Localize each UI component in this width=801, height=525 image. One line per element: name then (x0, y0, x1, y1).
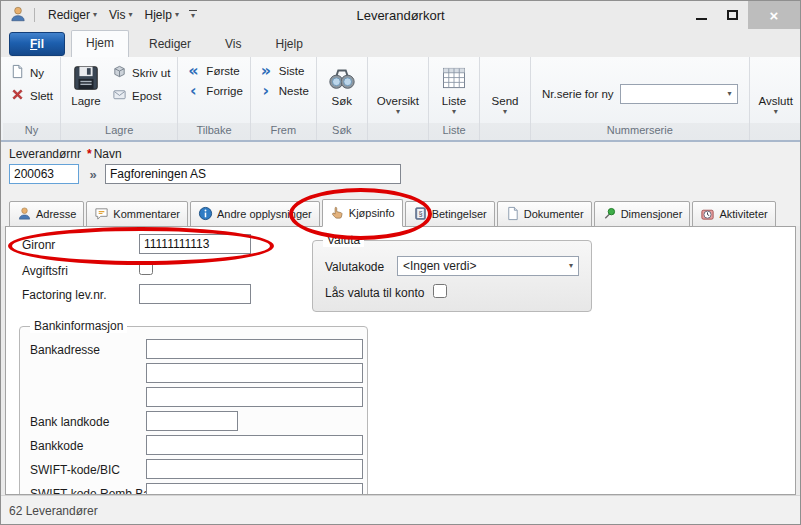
kjopsinfo-panel: Gironr Avgiftsfri Factoring lev.nr. Valu… (5, 226, 796, 495)
new-button[interactable]: Ny (6, 63, 57, 82)
first-button[interactable]: « Første (181, 63, 246, 79)
giro-input[interactable] (139, 234, 251, 254)
bank-country-code-input[interactable] (146, 411, 238, 431)
qat-menu-vis[interactable]: Vis ▾ (103, 6, 138, 24)
maximize-button[interactable] (717, 1, 748, 29)
ribbon-group-tilbake: « Første ‹ Forrige Tilbake (178, 57, 250, 140)
group-label: Søk (317, 123, 367, 140)
tab-dokumenter[interactable]: Dokumenter (497, 201, 592, 227)
search-button[interactable]: Søk (320, 59, 364, 123)
tab-betingelser[interactable]: § Betingelser (405, 201, 495, 227)
ribbon: Ny Slett Ny Lagre (1, 57, 800, 142)
tab-kjopsinfo[interactable]: Kjøpsinfo (322, 199, 403, 227)
chevron-down-icon: ▾ (774, 108, 778, 116)
tab-hjelp[interactable]: Hjelp (262, 32, 317, 57)
print-button[interactable]: Skriv ut (108, 63, 174, 82)
swift-remb-label: SWIFT-kode Remb.Bank (30, 487, 163, 495)
chevron-down-icon: ▾ (503, 108, 507, 116)
qat-menu-hjelp[interactable]: Hjelp ▾ (139, 6, 185, 24)
exit-button[interactable]: Avslutt ▾ (753, 59, 799, 123)
card-tab-strip: Adresse Kommentarer Andre opplysninger K… (9, 199, 776, 227)
name-label: *Navn (87, 147, 122, 161)
bank-code-label: Bankkode (30, 439, 83, 453)
chevron-down-icon: ▾ (129, 11, 133, 19)
swift-remb-input[interactable] (146, 483, 363, 495)
ribbon-group-sok: Søk Søk (317, 57, 368, 140)
chevron-down-icon: ▾ (93, 11, 97, 19)
chevron-down-icon: ▾ (396, 108, 400, 116)
supplier-name-input[interactable] (105, 164, 401, 184)
group-label: Ny (3, 123, 60, 140)
currency-code-select[interactable]: <Ingen verdi> ▾ (397, 256, 579, 276)
title-bar: Rediger ▾ Vis ▾ Hjelp ▾ ▾ Leverandørkort… (1, 1, 800, 29)
lock-currency-label: Lås valuta til konto (325, 286, 424, 300)
tab-rediger[interactable]: Rediger (135, 32, 205, 57)
tab-vis[interactable]: Vis (211, 32, 255, 57)
double-chevron-right-icon: » (89, 167, 96, 182)
bank-code-input[interactable] (146, 435, 363, 455)
supplier-number-label: Leverandørnr (9, 147, 81, 161)
bank-address-label: Bankadresse (30, 343, 100, 357)
email-button[interactable]: Epost (108, 86, 174, 105)
tab-kommentarer[interactable]: Kommentarer (86, 201, 188, 227)
group-label (750, 123, 801, 140)
last-button[interactable]: » Siste (254, 63, 313, 79)
ribbon-group-ny: Ny Slett Ny (3, 57, 61, 140)
bank-address-input-1[interactable] (146, 339, 363, 359)
grid-icon (440, 61, 468, 95)
binoculars-icon (327, 61, 357, 95)
qat-menu-rediger[interactable]: Rediger ▾ (42, 6, 103, 24)
previous-button[interactable]: ‹ Forrige (181, 83, 246, 99)
minimize-button[interactable] (686, 1, 717, 29)
bank-address-input-3[interactable] (146, 387, 363, 407)
floppy-disk-icon (71, 61, 101, 95)
new-document-icon (10, 64, 25, 81)
document-icon (505, 206, 520, 223)
chevron-down-icon: ▾ (452, 108, 456, 116)
ribbon-group-send: Send ▾ (480, 57, 531, 140)
supplier-number-input[interactable] (9, 164, 79, 184)
factoring-input[interactable] (139, 284, 251, 304)
divider (34, 8, 35, 22)
chevron-left-icon: ‹ (185, 84, 201, 98)
currency-code-label: Valutakode (325, 260, 384, 274)
envelope-icon (112, 87, 127, 104)
send-button[interactable]: Send ▾ (483, 59, 527, 123)
tab-fil[interactable]: Fil (9, 32, 65, 56)
tax-free-checkbox[interactable] (139, 261, 153, 275)
list-button[interactable]: Liste ▾ (432, 59, 476, 123)
clock-icon (700, 206, 715, 223)
group-label: Lagre (61, 123, 177, 140)
ribbon-tab-bar: Fil Hjem Rediger Vis Hjelp (1, 29, 800, 57)
pointing-hand-icon (330, 205, 345, 222)
bank-group-title: Bankinformasjon (30, 319, 127, 333)
bank-address-input-2[interactable] (146, 363, 363, 383)
delete-x-icon (10, 87, 25, 104)
window-controls: × (686, 1, 800, 29)
tab-andre-opplysninger[interactable]: Andre opplysninger (190, 201, 320, 227)
number-series-combobox[interactable]: ▾ (620, 84, 738, 104)
tax-free-label: Avgiftsfri (22, 264, 68, 278)
overview-button[interactable]: Oversikt ▾ (371, 59, 425, 123)
tab-adresse[interactable]: Adresse (9, 201, 84, 227)
expand-record-button[interactable]: » (83, 164, 103, 184)
tab-aktiviteter[interactable]: Aktiviteter (692, 201, 775, 227)
qat-customize-icon[interactable]: ▾ (189, 10, 197, 20)
swift-bic-input[interactable] (146, 459, 363, 479)
chevron-down-icon: ▾ (728, 90, 732, 98)
close-button[interactable]: × (748, 1, 800, 29)
ribbon-group-avslutt: Avslutt ▾ (750, 57, 801, 140)
next-button[interactable]: › Neste (254, 83, 313, 99)
paragraph-book-icon: § (413, 206, 428, 223)
tab-hjem[interactable]: Hjem (71, 30, 129, 57)
save-button[interactable]: Lagre (64, 59, 108, 123)
tab-dimensjoner[interactable]: Dimensjoner (594, 201, 691, 227)
group-label: Frem (251, 123, 316, 140)
bank-info-groupbox: Bankinformasjon Bankadresse Bank landkod… (19, 326, 368, 495)
delete-button[interactable]: Slett (6, 86, 57, 105)
lock-currency-checkbox[interactable] (433, 284, 447, 298)
ribbon-group-lagre: Lagre Skriv ut Epost Lagre (61, 57, 178, 140)
person-icon[interactable] (9, 5, 27, 26)
factoring-label: Factoring lev.nr. (22, 288, 106, 302)
double-chevron-right-icon: » (258, 64, 274, 78)
